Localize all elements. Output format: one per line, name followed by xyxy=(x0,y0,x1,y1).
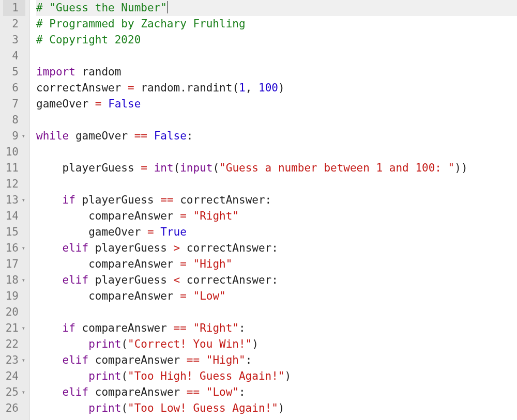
code-line[interactable]: if playerGuess == correctAnswer: xyxy=(36,192,517,208)
token-sp xyxy=(174,210,180,222)
code-line[interactable] xyxy=(36,48,517,64)
token-sp xyxy=(154,226,161,238)
fold-toggle-icon[interactable]: ▾ xyxy=(20,384,25,400)
token-sp xyxy=(36,226,88,238)
line-number[interactable]: 5 xyxy=(3,64,25,80)
fold-toggle-icon[interactable]: ▾ xyxy=(20,272,25,288)
code-line[interactable]: gameOver = True xyxy=(36,224,517,240)
code-line[interactable]: playerGuess = int(input("Guess a number … xyxy=(36,160,517,176)
line-number[interactable]: 14 xyxy=(3,208,25,224)
line-number[interactable]: 10 xyxy=(3,144,25,160)
token-sp xyxy=(154,194,161,206)
code-line[interactable]: if compareAnswer == "Right": xyxy=(36,320,517,336)
token-keyword: if xyxy=(63,322,75,334)
line-number[interactable]: 22 xyxy=(3,336,25,352)
code-line[interactable]: compareAnswer = "Low" xyxy=(36,288,517,304)
line-number-gutter[interactable]: 123456789▾10111213▾141516▾1718▾192021▾22… xyxy=(0,0,30,420)
token-sp xyxy=(174,194,180,206)
fold-toggle-icon[interactable]: ▾ xyxy=(20,320,25,336)
code-line[interactable]: print("Correct! You Win!") xyxy=(36,336,517,352)
line-number[interactable]: 24 xyxy=(3,368,25,384)
token-punc: : xyxy=(271,274,278,286)
code-editor[interactable]: # "Guess the Number"# Programmed by Zach… xyxy=(30,0,517,420)
token-name: compareAnswer xyxy=(88,210,173,222)
line-number[interactable]: 21▾ xyxy=(3,320,25,336)
token-name: correctAnswer xyxy=(36,82,121,94)
token-comment: # "Guess the Number" xyxy=(36,2,167,14)
code-line[interactable]: import random xyxy=(36,64,517,80)
fold-toggle-icon[interactable]: ▾ xyxy=(20,128,25,144)
line-number[interactable]: 12 xyxy=(3,176,25,192)
token-sp xyxy=(180,386,187,398)
token-sp xyxy=(134,82,141,94)
token-sp xyxy=(88,242,95,254)
code-line[interactable]: correctAnswer = random.randint(1, 100) xyxy=(36,80,517,96)
line-number[interactable]: 3 xyxy=(3,32,25,48)
line-number[interactable]: 20 xyxy=(3,304,25,320)
token-comment: # Programmed by Zachary Fruhling xyxy=(36,18,246,30)
line-number[interactable]: 25▾ xyxy=(3,384,25,400)
line-number[interactable]: 9▾ xyxy=(3,128,25,144)
code-line[interactable]: elif compareAnswer == "High": xyxy=(36,352,517,368)
line-number[interactable]: 23▾ xyxy=(3,352,25,368)
token-punc: , xyxy=(246,82,252,94)
code-line[interactable]: compareAnswer = "High" xyxy=(36,256,517,272)
line-number[interactable]: 1 xyxy=(3,0,25,16)
code-line[interactable]: compareAnswer = "Right" xyxy=(36,208,517,224)
code-line[interactable] xyxy=(36,112,517,128)
line-number[interactable]: 11 xyxy=(3,160,25,176)
line-number[interactable]: 8 xyxy=(3,112,25,128)
code-line[interactable]: elif playerGuess > correctAnswer: xyxy=(36,240,517,256)
token-punc: : xyxy=(246,354,252,366)
token-name: playerGuess xyxy=(95,274,167,286)
line-number[interactable]: 18▾ xyxy=(3,272,25,288)
code-line[interactable]: # Copyright 2020 xyxy=(36,32,517,48)
token-sp xyxy=(167,322,174,334)
token-sp xyxy=(141,226,147,238)
code-line[interactable]: gameOver = False xyxy=(36,96,517,112)
code-line[interactable] xyxy=(36,144,517,160)
fold-toggle-icon[interactable]: ▾ xyxy=(20,192,25,208)
token-builtin: print xyxy=(88,402,121,414)
token-sp xyxy=(36,210,88,222)
code-line[interactable] xyxy=(36,304,517,320)
token-sp xyxy=(167,274,174,286)
fold-toggle-icon[interactable]: ▾ xyxy=(20,352,25,368)
token-sp xyxy=(174,258,180,270)
token-name: compareAnswer xyxy=(88,258,173,270)
line-number[interactable]: 2 xyxy=(3,16,25,32)
line-number[interactable]: 15 xyxy=(3,224,25,240)
line-number[interactable]: 6 xyxy=(3,80,25,96)
line-number[interactable]: 26 xyxy=(3,400,25,416)
token-sp xyxy=(36,322,63,334)
code-line[interactable]: # "Guess the Number" xyxy=(36,0,517,16)
token-sp xyxy=(200,354,206,366)
line-number[interactable]: 17 xyxy=(3,256,25,272)
token-sp xyxy=(187,322,193,334)
code-line[interactable]: # Programmed by Zachary Fruhling xyxy=(36,16,517,32)
code-line[interactable]: print("Too Low! Guess Again!") xyxy=(36,400,517,416)
code-line[interactable]: print("Too High! Guess Again!") xyxy=(36,368,517,384)
line-number[interactable]: 7 xyxy=(3,96,25,112)
token-sp xyxy=(36,402,88,414)
code-line[interactable] xyxy=(36,176,517,192)
token-num: 100 xyxy=(258,82,278,94)
fold-toggle-icon[interactable]: ▾ xyxy=(20,240,25,256)
token-punc: : xyxy=(239,386,246,398)
line-number[interactable]: 19 xyxy=(3,288,25,304)
token-const: False xyxy=(154,130,187,142)
token-op: == xyxy=(134,130,147,142)
token-sp xyxy=(180,242,187,254)
token-comment: # Copyright 2020 xyxy=(36,34,141,46)
code-line[interactable]: while gameOver == False: xyxy=(36,128,517,144)
code-line[interactable]: elif compareAnswer == "Low": xyxy=(36,384,517,400)
token-name: correctAnswer xyxy=(187,274,271,286)
token-punc: ) xyxy=(284,370,291,382)
token-op: = xyxy=(147,226,154,238)
token-punc: ( xyxy=(121,402,128,414)
code-line[interactable]: elif playerGuess < correctAnswer: xyxy=(36,272,517,288)
token-punc: : xyxy=(239,322,246,334)
line-number[interactable]: 13▾ xyxy=(3,192,25,208)
line-number[interactable]: 4 xyxy=(3,48,25,64)
line-number[interactable]: 16▾ xyxy=(3,240,25,256)
